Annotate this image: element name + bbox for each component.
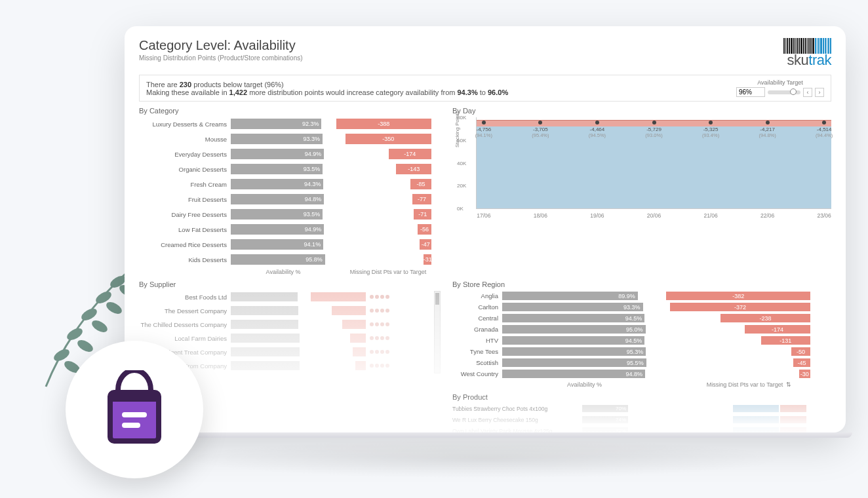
product-row[interactable]: Own Label Variety Pack Mousse 4x125g 72% xyxy=(452,426,831,432)
shopping-bag-badge xyxy=(66,341,203,478)
day-point[interactable] xyxy=(822,121,826,125)
svg-rect-12 xyxy=(122,412,147,417)
category-row[interactable]: Luxury Desserts & Creams 92.3% -388 xyxy=(139,117,441,130)
region-row[interactable]: HTV 94.5% -131 xyxy=(452,335,831,345)
region-row[interactable]: Central 94.5% -238 xyxy=(452,313,831,323)
category-row[interactable]: Dairy Free Desserts 93.5% -71 xyxy=(139,208,441,221)
product-row[interactable]: Tubbies Strawberry Choc Pots 4x100g 70% xyxy=(452,404,831,413)
svg-rect-13 xyxy=(122,423,140,428)
svg-point-7 xyxy=(75,337,95,354)
supplier-row[interactable]: The Chilled Desserts Company xyxy=(139,318,431,330)
product-row[interactable]: We R Lux Berry Cheesecake 150g 74% xyxy=(452,415,831,425)
dashboard-screen: Category Level: Availability Missing Dis… xyxy=(125,26,846,432)
day-point[interactable] xyxy=(595,121,599,125)
category-row[interactable]: Fruit Desserts 94.8% -77 xyxy=(139,193,441,206)
region-row[interactable]: Carlton 93.3% -372 xyxy=(452,302,831,312)
svg-point-8 xyxy=(52,347,71,363)
supplier-row[interactable]: Best Foods Ltd xyxy=(139,291,431,303)
by-product-chart[interactable]: By Product Tubbies Strawberry Choc Pots … xyxy=(452,393,831,432)
shopping-bag-icon xyxy=(98,370,170,449)
supplier-row[interactable]: Local Farm Dairies xyxy=(139,332,431,344)
summary-banner: There are 230 products below target (96%… xyxy=(139,75,831,102)
region-row[interactable]: Anglia 89.9% -382 xyxy=(452,291,831,301)
device-shadow xyxy=(184,439,787,478)
by-category-chart[interactable]: By Category Luxury Desserts & Creams 92.… xyxy=(139,107,441,275)
target-next-button[interactable]: › xyxy=(815,88,824,97)
target-prev-button[interactable]: ‹ xyxy=(803,88,812,97)
target-value-input[interactable] xyxy=(736,87,765,97)
region-row[interactable]: Scottish 95.5% -45 xyxy=(452,358,831,368)
supplier-scrollbar[interactable] xyxy=(434,291,441,374)
category-row[interactable]: Creamed Rice Desserts 94.1% -47 xyxy=(139,238,441,251)
category-row[interactable]: Fresh Cream 94.3% -85 xyxy=(139,178,441,191)
by-region-chart[interactable]: By Store Region Anglia 89.9% -382 Carlto… xyxy=(452,280,831,388)
availability-target-control[interactable]: Availability Target ‹ › xyxy=(736,79,824,97)
target-slider[interactable] xyxy=(768,90,800,94)
category-row[interactable]: Kids Desserts 95.8% -31 xyxy=(139,253,441,266)
device-base xyxy=(118,432,852,438)
category-row[interactable]: Mousse 93.3% -350 xyxy=(139,132,441,145)
category-row[interactable]: Everyday Desserts 94.9% -174 xyxy=(139,147,441,161)
svg-rect-11 xyxy=(110,393,159,402)
region-row[interactable]: West Country 94.8% -30 xyxy=(452,369,831,379)
by-day-chart[interactable]: By Day Stocking Points 0K20K40K60K80K -4… xyxy=(452,107,831,275)
svg-point-6 xyxy=(65,326,85,342)
day-point[interactable] xyxy=(538,121,542,125)
page-title: Category Level: Availability xyxy=(139,38,303,53)
page-subtitle: Missing Distribution Points (Product/Sto… xyxy=(139,54,303,62)
supplier-row[interactable]: Indulgent Treat Company xyxy=(139,346,431,358)
svg-point-3 xyxy=(104,299,124,316)
category-row[interactable]: Low Fat Desserts 94.9% -56 xyxy=(139,223,441,236)
category-row[interactable]: Organic Desserts 93.5% -143 xyxy=(139,163,441,176)
day-point[interactable] xyxy=(652,121,656,125)
logo: skutrak xyxy=(783,38,831,69)
day-point[interactable] xyxy=(482,121,486,125)
supplier-row[interactable]: The Dessert Company xyxy=(139,305,431,316)
day-point[interactable] xyxy=(709,121,713,125)
svg-point-5 xyxy=(90,318,109,334)
region-row[interactable]: Granada 95.0% -174 xyxy=(452,324,831,334)
region-row[interactable]: Tyne Tees 95.3% -50 xyxy=(452,347,831,356)
day-point[interactable] xyxy=(766,121,770,125)
